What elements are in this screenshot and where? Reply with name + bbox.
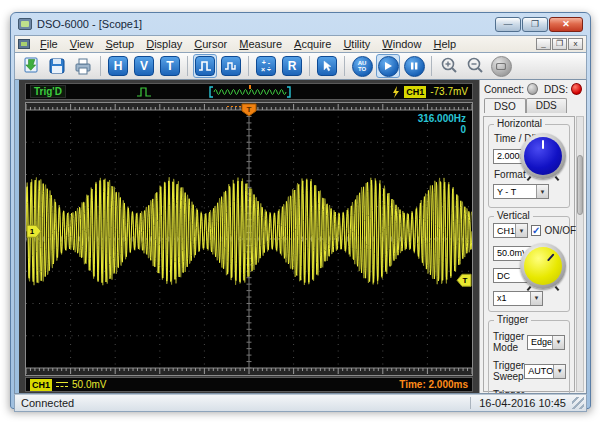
vertical-button[interactable]: V [132, 54, 156, 78]
scope-top-infobar: Trig'D CH1 -73.7mV [25, 83, 473, 100]
app-icon [18, 18, 32, 30]
menu-item-view[interactable]: View [64, 37, 100, 51]
channel-select[interactable]: CH1 ▼ [493, 223, 528, 238]
connect-led [527, 83, 538, 95]
window-title: DSO-6000 - [Scope1] [37, 18, 490, 30]
dds-led [571, 83, 582, 95]
menu-item-measure[interactable]: Measure [233, 37, 288, 51]
snapshot-button[interactable] [489, 54, 513, 78]
format-value: Y - T [494, 187, 536, 197]
svg-text:1: 1 [30, 227, 35, 236]
cursor-icon [317, 56, 337, 76]
menu-item-utility[interactable]: Utility [337, 37, 376, 51]
panel-tabs: DSO DDS [480, 96, 586, 113]
close-button[interactable]: ✕ [549, 17, 583, 32]
trigger-group-title: Trigger [494, 315, 531, 325]
zoom-in-button[interactable] [437, 54, 461, 78]
zoom-in-icon [439, 56, 459, 76]
title-bar[interactable]: DSO-6000 - [Scope1] — ❐ ✕ [14, 13, 587, 35]
svg-text:T: T [247, 105, 252, 114]
app-window: DSO-6000 - [Scope1] — ❐ ✕ FileViewSetupD… [10, 12, 591, 409]
run-button[interactable] [376, 54, 400, 78]
menu-item-acquire[interactable]: Acquire [288, 37, 337, 51]
dc-coupling-icon [56, 381, 68, 389]
chevron-down-icon: ▼ [530, 292, 542, 305]
cursor-measure-button[interactable] [315, 54, 339, 78]
time-per-div-readout: Time: 2.000ms [399, 379, 468, 390]
client-area: Trig'D CH1 -73.7mV 316.000Hz0T1T CH1 [14, 80, 587, 394]
channel-badge: CH1 [30, 379, 52, 391]
waveform-preview[interactable] [208, 85, 292, 99]
trigger-status-badge: Trig'D [30, 85, 66, 98]
mdi-restore-button[interactable]: ❐ [552, 38, 567, 50]
mdi-close-button[interactable]: x [568, 38, 583, 50]
waveform-mode2-button[interactable] [219, 54, 243, 78]
scope-panel: Trig'D CH1 -73.7mV 316.000Hz0T1T CH1 [19, 80, 479, 394]
trigger-group: Trigger Trigger Mode Edge ▼ Trigger Swee… [488, 320, 570, 394]
scope-screen[interactable]: 316.000Hz0T1T [26, 103, 472, 375]
menu-item-help[interactable]: Help [427, 37, 462, 51]
trigger-button[interactable]: T [158, 54, 182, 78]
horizontal-group: Horizontal Time / DIV 2.000ms ▼ Format Y… [488, 124, 570, 208]
open-button[interactable] [19, 54, 43, 78]
mdi-minimize-button[interactable]: _ [536, 38, 551, 50]
panel-scrollbar[interactable] [576, 116, 584, 392]
chevron-down-icon: ▼ [552, 336, 564, 349]
toolbar-separator [431, 56, 432, 76]
pulse-glyph-icon [136, 86, 152, 98]
trigger-mode-select[interactable]: Edge ▼ [527, 335, 565, 350]
probe-select[interactable]: x1 ▼ [493, 291, 543, 306]
save-button[interactable] [45, 54, 69, 78]
menu-item-display[interactable]: Display [140, 37, 188, 51]
trigger-mode-value: Edge [528, 337, 552, 347]
scope-screen-wrap: 316.000Hz0T1T [25, 102, 473, 376]
status-text: Connected [21, 397, 74, 409]
horizontal-group-title: Horizontal [494, 119, 545, 129]
reference-button[interactable]: R [280, 54, 304, 78]
math-button[interactable]: + - × ÷ [254, 54, 278, 78]
menu-item-window[interactable]: Window [376, 37, 427, 51]
waveform-mode-button[interactable] [193, 54, 217, 78]
menu-item-file[interactable]: File [34, 37, 64, 51]
onoff-checkbox[interactable]: ✓ [531, 225, 541, 236]
probe-value: x1 [494, 293, 530, 303]
trigger-mode-label: Trigger Mode [493, 331, 527, 353]
mdi-system-icon[interactable] [18, 39, 30, 49]
maximize-button[interactable]: ❐ [522, 17, 548, 32]
zoom-out-button[interactable] [463, 54, 487, 78]
pause-button[interactable] [402, 54, 426, 78]
print-button[interactable] [71, 54, 95, 78]
tab-dds[interactable]: DDS [526, 98, 567, 113]
math-icon-top: + - [262, 59, 270, 66]
statusbar-separator [470, 397, 471, 409]
auto-icon-bottom: TO [358, 66, 366, 72]
trigger-level-readout: -73.7mV [430, 86, 468, 97]
chevron-down-icon: ▼ [515, 224, 527, 237]
scrollbar-thumb[interactable] [577, 155, 583, 215]
resize-grip[interactable] [572, 397, 584, 409]
horizontal-knob[interactable] [520, 133, 566, 179]
knob-pointer [547, 253, 555, 261]
format-select[interactable]: Y - T ▼ [493, 184, 549, 199]
menu-item-setup[interactable]: Setup [99, 37, 140, 51]
dds-label: DDS: [544, 84, 568, 95]
tab-dso[interactable]: DSO [484, 98, 526, 113]
auto-button[interactable]: AU TO [350, 54, 374, 78]
trigger-sweep-value: AUTO [525, 366, 553, 376]
horizontal-button[interactable]: H [106, 54, 130, 78]
toolbar-separator [309, 56, 310, 76]
dso-tab-body: Horizontal Time / DIV 2.000ms ▼ Format Y… [483, 116, 575, 392]
toolbar-separator [100, 56, 101, 76]
trigger-sweep-select[interactable]: AUTO ▼ [524, 364, 566, 379]
pulse-step-icon [221, 56, 241, 76]
trigger-channel-badge: CH1 [404, 86, 426, 98]
control-panel: Connect: DDS: DSO DDS Horizontal Time / … [479, 80, 586, 394]
play-icon [378, 56, 399, 77]
trigger-sweep-label: Trigger Sweep [493, 360, 524, 382]
volts-per-div-readout: 50.0mV [72, 379, 106, 390]
pause-icon [404, 56, 425, 77]
trigger-bolt-icon [392, 86, 400, 98]
menu-item-cursor[interactable]: Cursor [188, 37, 233, 51]
vertical-knob[interactable] [520, 243, 566, 289]
minimize-button[interactable]: — [495, 17, 521, 32]
